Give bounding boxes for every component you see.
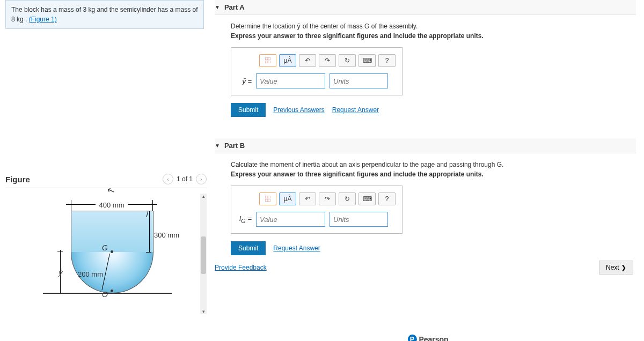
figure-prev-button[interactable]: ‹ bbox=[163, 174, 173, 184]
templates-button[interactable]: □□□□ bbox=[259, 192, 276, 205]
part-a-header[interactable]: ▼ Part A bbox=[215, 0, 636, 15]
part-b-submit-button[interactable]: Submit bbox=[231, 241, 266, 255]
part-a-instruction: Determine the location ȳ of the center o… bbox=[231, 23, 636, 30]
pearson-text: Pearson bbox=[419, 335, 448, 342]
origin-o-label: O bbox=[102, 290, 108, 299]
pearson-icon: P bbox=[407, 335, 416, 341]
undo-button[interactable]: ↶ bbox=[299, 192, 316, 205]
figure-pager-text: 1 of 1 bbox=[177, 175, 193, 183]
part-b-header[interactable]: ▼ Part B bbox=[215, 138, 636, 153]
reset-button[interactable]: ↻ bbox=[339, 192, 356, 205]
part-a-submit-button[interactable]: Submit bbox=[231, 103, 266, 117]
provide-feedback-link[interactable]: Provide Feedback bbox=[215, 264, 267, 271]
keyboard-button[interactable]: ⌨ bbox=[358, 54, 376, 67]
redo-button[interactable]: ↷ bbox=[319, 54, 336, 67]
undo-button[interactable]: ↶ bbox=[299, 54, 316, 67]
part-a-previous-answers-link[interactable]: Previous Answers bbox=[273, 106, 324, 114]
part-a-answer-box: □□□□ μÅ ↶ ↷ ↻ ⌨ ? ȳ = bbox=[231, 47, 402, 95]
part-b-units-input[interactable] bbox=[330, 212, 388, 227]
part-a-request-answer-link[interactable]: Request Answer bbox=[332, 106, 379, 114]
part-b-subinstruction: Express your answer to three significant… bbox=[231, 171, 636, 178]
caret-down-icon: ▼ bbox=[215, 143, 220, 149]
problem-text-2: 8 kg . bbox=[11, 16, 29, 23]
figure-link[interactable]: (Figure 1) bbox=[29, 16, 57, 23]
part-b-title: Part B bbox=[224, 142, 245, 150]
part-a-value-input[interactable] bbox=[256, 73, 325, 88]
templates-button[interactable]: □□□□ bbox=[259, 54, 276, 67]
scroll-up-icon[interactable]: ▴ bbox=[201, 194, 206, 199]
dimension-height: 300 mm bbox=[154, 231, 179, 239]
problem-statement: The block has a mass of 3 kg and the sem… bbox=[5, 0, 204, 29]
figure-diagram: 400 mm G O 300 mm 200 mm bbox=[27, 194, 188, 306]
problem-text-1: The block has a mass of 3 kg and the sem… bbox=[11, 6, 198, 13]
part-a-units-input[interactable] bbox=[330, 73, 388, 88]
figure-viewport: ▴ ▾ 400 mm G O 300 mm bbox=[5, 194, 207, 314]
pearson-logo: P Pearson bbox=[407, 335, 448, 341]
reset-button[interactable]: ↻ bbox=[339, 54, 356, 67]
help-button[interactable]: ? bbox=[378, 192, 396, 205]
dimension-width: 400 mm bbox=[69, 201, 155, 209]
figure-pager: ‹ 1 of 1 › bbox=[163, 174, 207, 184]
part-b-variable-label: IG = bbox=[238, 214, 252, 224]
ybar-label: ȳ bbox=[58, 269, 62, 277]
redo-button[interactable]: ↷ bbox=[319, 192, 336, 205]
part-a-subinstruction: Express your answer to three significant… bbox=[231, 32, 636, 40]
dimension-radius: 200 mm bbox=[78, 270, 103, 278]
help-button[interactable]: ? bbox=[378, 54, 396, 67]
scrollbar-thumb[interactable] bbox=[201, 236, 206, 274]
special-chars-button[interactable]: μÅ bbox=[279, 54, 296, 67]
figure-next-button[interactable]: › bbox=[196, 174, 207, 184]
part-a-title: Part A bbox=[224, 3, 245, 11]
next-button[interactable]: Next ❯ bbox=[599, 261, 633, 275]
part-b-answer-box: □□□□ μÅ ↶ ↷ ↻ ⌨ ? IG = bbox=[231, 186, 402, 234]
part-b-value-input[interactable] bbox=[256, 212, 325, 227]
figure-title: Figure bbox=[5, 175, 30, 184]
part-a-variable-label: ȳ = bbox=[238, 77, 252, 85]
keyboard-button[interactable]: ⌨ bbox=[358, 192, 376, 205]
centroid-g-label: G bbox=[102, 243, 108, 252]
caret-down-icon: ▼ bbox=[215, 4, 220, 10]
part-b-instruction: Calculate the moment of inertia about an… bbox=[231, 161, 636, 168]
special-chars-button[interactable]: μÅ bbox=[279, 192, 296, 205]
part-b-request-answer-link[interactable]: Request Answer bbox=[273, 244, 320, 252]
scroll-down-icon[interactable]: ▾ bbox=[201, 309, 206, 314]
